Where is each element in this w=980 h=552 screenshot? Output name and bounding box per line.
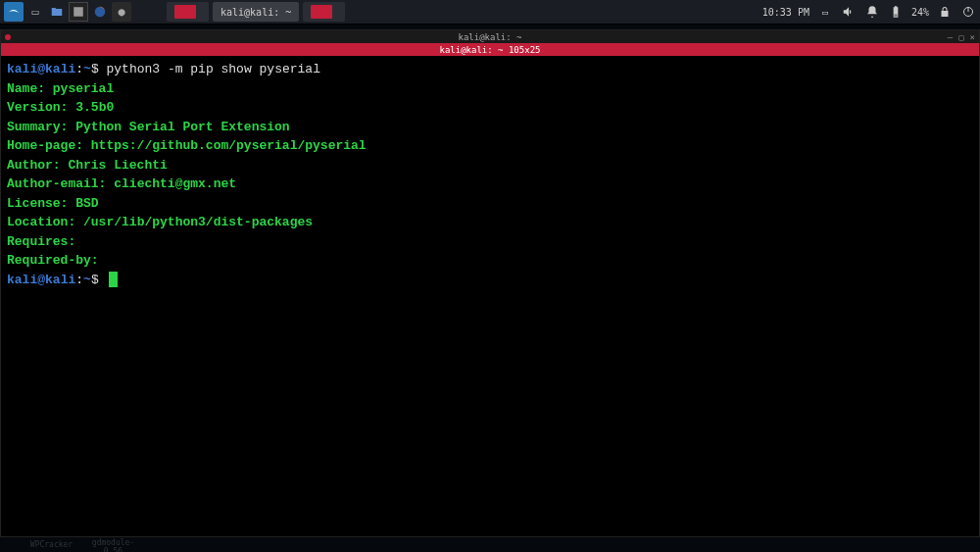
output-value: cliechti@gmx.net — [106, 176, 236, 191]
terminal-tabbar[interactable]: kali@kali: ~ 105x25 — [1, 43, 979, 56]
prompt-line: kali@kali:~$ — [7, 271, 973, 290]
output-key: Requires: — [7, 234, 75, 249]
output-key: License: — [7, 196, 68, 211]
output-line: Location: /usr/lib/python3/dist-packages — [7, 213, 973, 232]
minimize-icon[interactable]: – — [948, 32, 953, 42]
power-icon[interactable] — [960, 4, 976, 20]
output-value: 3.5b0 — [68, 100, 114, 115]
close-icon[interactable] — [5, 34, 11, 40]
command-line: kali@kali:~$ python3 -m pip show pyseria… — [7, 60, 973, 79]
output-key: Summary: — [7, 120, 68, 134]
output-line: Home-page: https://github.com/pyserial/p… — [7, 136, 973, 156]
battery-percent: 24% — [911, 7, 929, 18]
prompt-host: kali — [45, 62, 75, 76]
output-line: Name: pyserial — [7, 79, 973, 99]
output-value: /usr/lib/python3/dist-packages — [75, 215, 313, 229]
terminal-body[interactable]: kali@kali:~$ python3 -m pip show pyseria… — [1, 56, 979, 536]
svg-rect-1 — [894, 14, 898, 17]
output-key: Home-page: — [7, 138, 83, 153]
workspace-icon[interactable]: ▭ — [25, 2, 45, 22]
output-value: https://github.com/pyserial/pyserial — [83, 138, 367, 153]
prompt-user: kali — [7, 62, 37, 76]
app-icon[interactable]: ● — [112, 2, 131, 22]
cursor — [109, 272, 118, 287]
output-line: Required-by: — [7, 251, 973, 271]
battery-icon[interactable] — [888, 4, 904, 20]
lock-icon[interactable] — [937, 4, 953, 20]
terminal-tab: kali@kali: ~ 105x25 — [440, 45, 541, 55]
taskbar-right: 10:33 PM ▭ 24% — [762, 4, 976, 20]
files-icon[interactable] — [47, 2, 67, 22]
close-window-icon[interactable]: × — [970, 32, 975, 42]
prompt-symbol: $ — [91, 62, 99, 76]
taskbar-task[interactable]: kali@kali: ~ — [213, 2, 299, 22]
output-key: Required-by: — [7, 253, 99, 268]
terminal-icon[interactable] — [69, 2, 88, 22]
notifications-icon[interactable] — [864, 4, 880, 20]
taskbar-task[interactable] — [167, 2, 209, 22]
window-controls: – ▢ × — [948, 32, 975, 42]
output-line: Version: 3.5b0 — [7, 98, 973, 118]
taskbar: ▭ ● kali@kali: ~ 10:33 PM ▭ 24% — [0, 0, 980, 25]
command-text: python3 -m pip show pyserial — [107, 62, 320, 76]
output-line: Author-email: cliechti@gmx.net — [7, 175, 973, 194]
desktop-icon-label: WPCracker — [24, 540, 78, 549]
output-key: Version: — [7, 100, 68, 115]
output-line: Requires: — [7, 232, 973, 252]
output-value: Chris Liechti — [61, 158, 168, 173]
terminal-title: kali@kali: ~ — [458, 32, 521, 42]
terminal-window: kali@kali: ~ – ▢ × kali@kali: ~ 105x25 k… — [0, 29, 980, 537]
output-key: Name: — [7, 81, 45, 96]
terminal-titlebar[interactable]: kali@kali: ~ – ▢ × — [1, 30, 979, 43]
display-icon[interactable]: ▭ — [817, 4, 833, 20]
output-line: License: BSD — [7, 194, 973, 214]
output-line: Author: Chris Liechti — [7, 156, 973, 176]
kali-menu-icon[interactable] — [4, 2, 24, 22]
taskbar-tasks: kali@kali: ~ — [163, 2, 345, 22]
output-value: pyserial — [45, 81, 114, 96]
output-key: Location: — [7, 215, 75, 229]
output-key: Author-email: — [7, 176, 106, 191]
desktop-icon-label: gdmodule-0.56 — [86, 538, 140, 552]
clock: 10:33 PM — [762, 7, 809, 18]
taskbar-task[interactable] — [303, 2, 345, 22]
firefox-icon[interactable] — [90, 2, 110, 22]
output-value: Python Serial Port Extension — [68, 120, 289, 134]
output-value: BSD — [68, 196, 98, 211]
output-line: Summary: Python Serial Port Extension — [7, 118, 973, 137]
volume-icon[interactable] — [841, 4, 857, 20]
maximize-icon[interactable]: ▢ — [958, 32, 963, 42]
output-key: Author: — [7, 158, 61, 173]
task-label: kali@kali: ~ — [220, 7, 291, 18]
prompt-path: ~ — [83, 62, 91, 76]
taskbar-left: ▭ ● kali@kali: ~ — [4, 2, 345, 22]
